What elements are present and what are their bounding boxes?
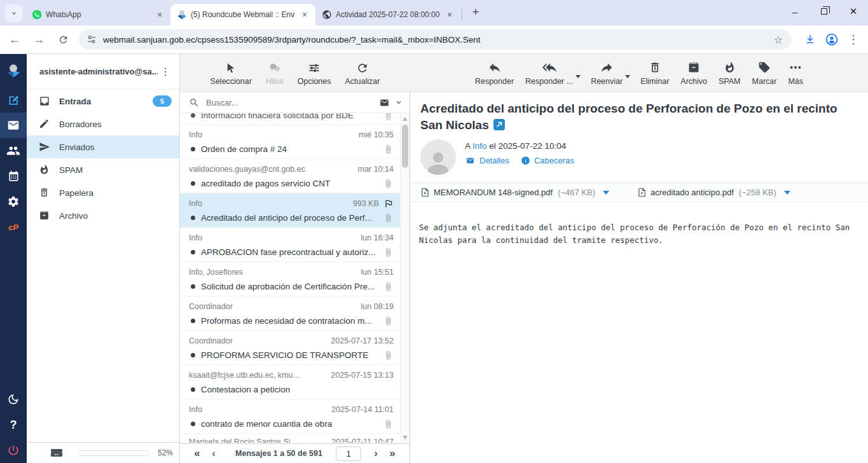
message-row[interactable]: Coordinadorlun 08:19 Proformas de necesi… [180,296,400,331]
attachment-paperclip-icon [383,144,394,154]
folder-entrada[interactable]: Entrada 5 [27,90,179,113]
tag-icon [758,60,771,74]
moon-icon [7,393,20,406]
compose-button[interactable] [0,87,27,113]
threads-button[interactable]: Hilos [266,60,284,86]
message-row[interactable]: Infolun 16:34 APROBACION fase precontrac… [180,228,400,262]
folder-spam[interactable]: SPAM [27,158,179,181]
tab-actividad[interactable]: Actividad 2025-07-22 08:00:00 × [315,4,460,25]
attachment-item[interactable]: acreditado anticipo.pdf (~258 KB) [637,187,790,198]
tab-search-button[interactable] [5,4,23,22]
spam-button[interactable]: SPAM [719,60,741,86]
prev-page-button[interactable]: ‹ [205,447,222,460]
archive-button[interactable]: Archivo [680,60,707,86]
restore-button[interactable] [809,1,839,22]
site-settings-icon[interactable] [86,34,97,45]
search-options-caret[interactable] [394,98,403,107]
message-row[interactable]: Info2025-07-14 11:01 contrato de menor c… [180,399,400,434]
contacts-nav-button[interactable] [0,138,27,163]
folder-label: Enviados [59,142,172,152]
forward-button[interactable]: Reenviar [591,60,623,86]
close-tab-icon[interactable]: × [299,9,310,20]
refresh-button[interactable]: Actualizar [345,60,380,86]
downloads-button[interactable] [801,30,820,49]
bookmark-star-icon[interactable]: ☆ [774,34,783,46]
reply-all-button[interactable]: Responder ... [525,60,573,86]
scrollbar-thumb[interactable] [402,125,408,168]
tab-whatsapp[interactable]: WhatsApp × [25,4,170,25]
message-row[interactable]: Coordinador2025-07-17 13:52 PROFORMA SER… [180,331,400,365]
headers-link[interactable]: Cabeceras [521,156,574,165]
tab-roundcube-webmail[interactable]: (5) Roundcube Webmail :: Envia × [170,4,315,25]
folder-papelera[interactable]: Papelera [27,181,179,204]
close-window-button[interactable]: ✕ [839,1,868,22]
first-page-button[interactable]: « [189,447,205,460]
profile-button[interactable] [822,30,841,49]
last-page-button[interactable]: » [384,447,401,460]
address-bar[interactable]: webmail.sanjuan.gob.ec/cpsess1535909589/… [79,29,792,50]
message-view-panel: Acreditado del anticipo del proceso de P… [410,92,868,463]
attachment-menu-caret[interactable] [784,191,790,195]
help-button[interactable]: ? [0,412,27,438]
pagination-label: Mensajes 1 a 50 de 591 [222,449,336,458]
next-page-button[interactable]: › [368,447,384,460]
chrome-menu-button[interactable]: ⋮ [844,30,863,49]
search-input[interactable] [206,98,375,107]
account-menu-button[interactable]: ⋮ [158,66,173,78]
status-dot [191,250,195,254]
message-row[interactable]: Marisela del Rocio Santos Si...2025-07-1… [180,434,400,443]
mail-nav-button[interactable] [0,113,27,138]
scroll-up-arrow[interactable] [403,117,408,121]
page-number-input[interactable] [336,446,361,461]
reload-button[interactable] [53,30,72,49]
more-button[interactable]: Más [788,60,803,86]
calendar-nav-button[interactable] [0,163,27,189]
message-row[interactable]: validaciones.guayas@cnt.gob.ecmar 10:14 … [180,159,400,193]
url-text[interactable]: webmail.sanjuan.gob.ec/cpsess1535909589/… [103,35,774,45]
logout-button[interactable] [0,438,27,463]
reply-all-dropdown-caret[interactable] [575,75,581,78]
quota-row: 52% [27,442,179,463]
message-row-selected[interactable]: Info993 KB Acreditado del anticipo del p… [180,193,400,228]
attachment-item[interactable]: MEMORANDUM 148-signed.pdf (~467 KB) [420,187,609,198]
back-button[interactable]: ← [5,30,24,49]
list-toolbar: Seleccionar Hilos Opciones Actualizar [180,54,410,92]
reply-button[interactable]: Responder [475,60,514,86]
folder-archivo[interactable]: Archivo [27,204,179,227]
options-button[interactable]: Opciones [298,60,331,86]
cpanel-link[interactable]: cP [0,214,27,240]
close-tab-icon[interactable]: × [154,9,165,20]
message-row[interactable]: Infomié 10:35 Orden de compra # 24 [180,125,400,159]
list-scrollbar[interactable] [400,113,410,443]
new-tab-button[interactable]: + [467,4,484,20]
status-dot [191,113,195,118]
close-tab-icon[interactable]: × [444,9,455,20]
folder-borradores[interactable]: Borradores [27,113,179,135]
reply-icon [487,60,502,74]
info-icon [521,156,530,165]
message-list-panel: Información finaciera solicitada por BDE… [180,92,410,463]
mail-icon [7,119,20,132]
mail-columns: Información finaciera solicitada por BDE… [180,92,868,463]
recipient-link[interactable]: Info [472,141,487,151]
open-in-new-window-icon[interactable] [493,119,505,130]
minimize-button[interactable]: – [780,1,809,22]
attachment-menu-caret[interactable] [603,191,609,195]
forward-dropdown-caret[interactable] [625,75,630,78]
mark-button[interactable]: Marcar [752,60,777,86]
delete-button[interactable]: Eliminar [640,60,669,86]
dark-mode-button[interactable] [0,387,27,412]
scroll-down-arrow[interactable] [403,436,408,439]
folder-enviados[interactable]: Enviados [27,135,179,158]
settings-nav-button[interactable] [0,189,27,214]
sender-block: A Info el 2025-07-22 10:04 Detalles [410,134,868,175]
details-link[interactable]: Detalles [465,156,509,165]
message-row[interactable]: ksaait@fcjse.utb.edu.ec, kmu...2025-07-1… [180,365,400,399]
select-button[interactable]: Seleccionar [210,60,252,86]
download-icon [804,34,816,45]
message-row[interactable]: Info, Josefloreslun 15:51 Solicitud de a… [180,262,400,296]
message-row[interactable]: Información finaciera solicitada por BDE [180,113,400,125]
forward-button[interactable]: → [29,30,48,49]
search-scope-mail-icon[interactable] [378,98,390,107]
account-email: asistente-administrativo@sa... [39,67,158,76]
